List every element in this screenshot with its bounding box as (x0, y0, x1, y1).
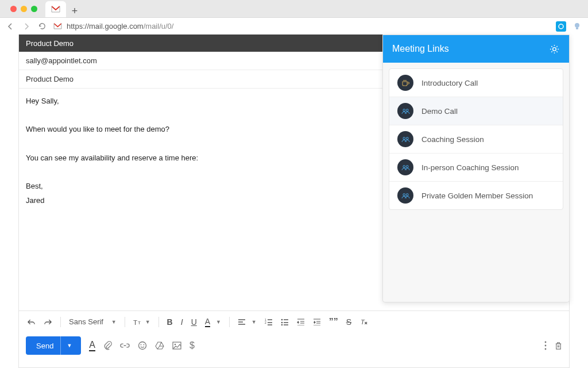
strikethrough-button[interactable]: S (346, 317, 351, 327)
browser-chrome: + https://mail.google.com/mail/u/0/ (0, 0, 588, 34)
meeting-label: Coaching Session (421, 135, 484, 144)
coffee-icon (397, 75, 413, 91)
svg-text:T: T (138, 320, 141, 325)
extension-icons (556, 21, 582, 32)
meeting-list: Introductory Call Demo Call Coaching Ses… (389, 68, 563, 210)
url-scheme: https:// (67, 22, 89, 30)
svg-point-22 (403, 137, 405, 139)
appointlet-extension-icon[interactable] (556, 21, 566, 32)
close-window-button[interactable] (10, 6, 17, 12)
svg-point-9 (281, 324, 283, 325)
send-toolbar: Send ▼ A $ (19, 332, 569, 359)
meeting-item-demo-call[interactable]: Demo Call (389, 97, 563, 125)
svg-point-12 (141, 344, 142, 346)
gmail-icon (51, 6, 60, 13)
svg-point-1 (575, 23, 579, 28)
site-icon (53, 23, 62, 29)
reload-button[interactable] (38, 22, 47, 30)
forward-button[interactable] (22, 22, 31, 31)
bold-button[interactable]: B (167, 317, 173, 327)
underline-button[interactable]: U (191, 317, 197, 327)
insert-money-button[interactable]: $ (189, 340, 195, 351)
people-icon (397, 131, 413, 147)
svg-text:2: 2 (265, 321, 266, 324)
window-controls (5, 0, 43, 17)
redo-button[interactable] (44, 319, 52, 325)
people-icon (397, 187, 413, 204)
svg-point-16 (545, 342, 547, 343)
remove-formatting-button[interactable]: T (359, 318, 368, 326)
send-button[interactable]: Send ▼ (26, 336, 81, 355)
formatting-toolbar: Sans Serif ▼ TT▼ B I U A ▼ ▼ 12 ”” S T (19, 310, 569, 332)
insert-photo-button[interactable] (172, 342, 181, 350)
extension-icon[interactable] (572, 21, 582, 32)
svg-point-25 (406, 165, 408, 167)
svg-point-21 (406, 109, 408, 111)
meeting-item-coaching-session[interactable]: Coaching Session (389, 125, 563, 154)
people-icon (397, 159, 413, 175)
svg-point-0 (559, 24, 563, 29)
maximize-window-button[interactable] (31, 6, 37, 12)
panel-body: Introductory Call Demo Call Coaching Ses… (383, 63, 569, 216)
discard-draft-button[interactable] (555, 342, 562, 350)
back-button[interactable] (6, 22, 15, 31)
undo-button[interactable] (27, 319, 36, 325)
indent-less-button[interactable] (297, 319, 305, 325)
compose-title: Product Demo (26, 39, 74, 48)
align-button[interactable]: ▼ (238, 317, 257, 327)
more-options-button[interactable] (544, 341, 547, 350)
meeting-label: Private Golden Member Session (421, 191, 533, 200)
svg-point-19 (553, 47, 556, 51)
svg-point-11 (138, 342, 146, 350)
people-icon (397, 103, 413, 119)
insert-drive-button[interactable] (155, 342, 164, 350)
insert-link-button[interactable] (120, 343, 130, 348)
meeting-item-introductory-call[interactable]: Introductory Call (389, 69, 563, 97)
svg-point-13 (144, 344, 145, 346)
panel-title: Meeting Links (392, 44, 449, 54)
svg-rect-2 (576, 28, 578, 29)
meeting-label: In-person Coaching Session (421, 163, 519, 172)
numbered-list-button[interactable]: 12 (265, 319, 273, 325)
attach-file-button[interactable] (103, 341, 112, 351)
svg-point-7 (281, 319, 283, 320)
quote-button[interactable]: ”” (329, 317, 338, 327)
svg-text:T: T (133, 318, 137, 325)
svg-text:T: T (361, 318, 365, 325)
svg-point-18 (545, 348, 547, 350)
address-bar: https://mail.google.com/mail/u/0/ (0, 17, 588, 34)
meeting-links-panel: Meeting Links Introductory Call Demo Cal… (382, 34, 570, 302)
italic-button[interactable]: I (181, 317, 183, 327)
send-options-caret[interactable]: ▼ (60, 336, 72, 355)
tab-strip: + (0, 0, 588, 17)
svg-point-23 (406, 137, 408, 139)
svg-point-15 (175, 344, 176, 346)
text-color-button[interactable]: A ▼ (205, 317, 221, 327)
panel-header: Meeting Links (383, 35, 569, 63)
url-field[interactable]: https://mail.google.com/mail/u/0/ (53, 22, 549, 30)
font-selector[interactable]: Sans Serif ▼ (69, 317, 117, 327)
browser-tab-gmail[interactable] (45, 1, 66, 17)
meeting-item-private-golden[interactable]: Private Golden Member Session (389, 182, 563, 209)
minimize-window-button[interactable] (21, 6, 27, 12)
url-host: mail.google.com (89, 22, 144, 30)
settings-icon[interactable] (549, 44, 560, 55)
svg-point-26 (403, 193, 405, 195)
svg-point-20 (403, 109, 405, 111)
svg-point-8 (281, 321, 283, 323)
text-format-toggle[interactable]: A (89, 340, 95, 351)
bullet-list-button[interactable] (281, 319, 289, 325)
insert-emoji-button[interactable] (138, 341, 147, 350)
url-path: /mail/u/0/ (144, 22, 174, 30)
svg-point-27 (406, 193, 408, 195)
svg-point-17 (545, 345, 547, 347)
meeting-label: Introductory Call (421, 79, 478, 87)
meeting-item-inperson-coaching[interactable]: In-person Coaching Session (389, 154, 563, 182)
panel-footer (383, 216, 569, 302)
new-tab-button[interactable]: + (66, 5, 83, 17)
font-size-button[interactable]: TT▼ (133, 318, 150, 326)
svg-point-24 (403, 165, 405, 167)
indent-more-button[interactable] (313, 319, 321, 325)
meeting-label: Demo Call (421, 107, 458, 116)
